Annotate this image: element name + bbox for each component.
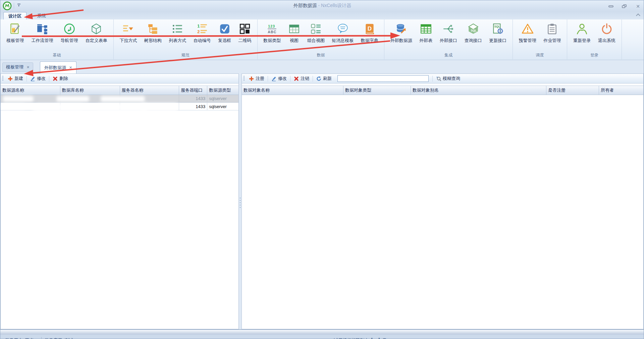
- close-button[interactable]: ✕: [635, 4, 641, 8]
- ribbon-group-label: 调度: [513, 52, 567, 58]
- ribbon-button-auto-number[interactable]: 1 2 自动编号: [192, 22, 212, 44]
- edit-object-button[interactable]: 修改: [269, 75, 289, 83]
- ribbon-button-sms-template[interactable]: 短消息模板: [330, 22, 355, 44]
- refresh-button[interactable]: 刷新: [314, 75, 334, 83]
- svg-text:1: 1: [197, 24, 200, 29]
- svg-text:SQL: SQL: [471, 29, 476, 32]
- fuzzy-query-button[interactable]: 模糊查询: [434, 75, 463, 83]
- x-delete-icon: [294, 76, 299, 81]
- ribbon-collapse-icon[interactable]: [635, 13, 641, 17]
- dataobject-toolbar: 注册 修改 注销: [242, 74, 643, 84]
- redaction-blur: [36, 104, 83, 109]
- ribbon-button-dropdown-style[interactable]: 下拉方式: [118, 22, 138, 44]
- tab-close-icon[interactable]: ✕: [26, 65, 30, 69]
- datasource-toolbar: 新建 修改 删除: [1, 74, 238, 84]
- title-bar: ▾ 外部数据源 - NxCells设计器 ✕: [0, 0, 644, 11]
- ribbon-button-external-datasource[interactable]: 外部数据源: [389, 22, 414, 44]
- ribbon-button-custom-form[interactable]: 自定义表单: [84, 22, 109, 44]
- redaction-blur: [56, 96, 89, 102]
- ribbon-button-qrcode[interactable]: 二维码: [237, 22, 253, 44]
- col-header-datasource-type[interactable]: 数据源类型: [207, 86, 238, 95]
- list-icon: [171, 23, 183, 35]
- x-delete-icon: [53, 76, 58, 81]
- checkbox-icon: [219, 23, 231, 35]
- ribbon-group-integration: 外部数据源 外部表: [384, 19, 513, 59]
- delete-datasource-button[interactable]: 删除: [50, 75, 70, 83]
- ribbon-tab-system[interactable]: 系统: [33, 12, 51, 19]
- ribbon-button-combo-view[interactable]: 组合视图: [306, 22, 326, 44]
- ribbon-button-data-dictionary[interactable]: D 数据字典: [360, 22, 380, 44]
- ribbon-group-data: 123 ABC 数据类型 视图: [258, 19, 384, 59]
- status-login-user: 登录用户: 王庄: [5, 337, 34, 339]
- svg-text:ABC: ABC: [268, 30, 277, 34]
- fuzzy-search-input[interactable]: [337, 75, 429, 82]
- ribbon-button-external-table[interactable]: 外部表: [418, 22, 434, 44]
- toolbar-grip[interactable]: [2, 76, 3, 81]
- col-header-object-name[interactable]: 数据对象名称: [242, 86, 343, 95]
- col-header-object-type[interactable]: 数据对象类型: [343, 86, 411, 95]
- new-datasource-button[interactable]: 新建: [5, 75, 25, 83]
- dropdown-list-icon: [122, 23, 134, 35]
- plus-icon: [8, 76, 13, 81]
- external-table-icon: [420, 23, 432, 35]
- col-header-registered[interactable]: 是否注册: [546, 86, 599, 95]
- toolbar-grip[interactable]: [244, 76, 245, 81]
- dataobject-table-body-empty[interactable]: [242, 95, 643, 329]
- redaction-blur: [3, 96, 34, 102]
- col-header-server-name[interactable]: 服务器名称: [120, 86, 179, 95]
- ribbon-button-alert-mgmt[interactable]: 预警管理: [518, 22, 538, 44]
- col-header-datasource-name[interactable]: 数据源名称: [1, 86, 60, 95]
- ribbon-button-template-mgmt[interactable]: 模板管理: [5, 22, 25, 44]
- ribbon-button-workflow-mgmt[interactable]: 工作流管理: [30, 22, 54, 44]
- redaction-blur: [1, 104, 25, 109]
- register-button[interactable]: 注册: [247, 75, 267, 83]
- unregister-button[interactable]: 注销: [291, 75, 312, 83]
- query-sql-icon: SQL: [467, 23, 479, 35]
- ribbon-button-data-type[interactable]: 123 ABC 数据类型: [262, 22, 282, 44]
- svg-text:2: 2: [197, 30, 200, 34]
- ribbon-button-exit-system[interactable]: 退出系统: [597, 22, 617, 44]
- workflow-icon: [36, 23, 48, 35]
- dataobject-panel: 注册 修改 注销: [241, 74, 644, 329]
- minimize-button[interactable]: [608, 4, 614, 8]
- ribbon-button-list-style[interactable]: 列表方式: [167, 22, 187, 44]
- ribbon-group-label: 登录: [567, 52, 622, 58]
- template-doc-icon: [9, 23, 21, 35]
- tab-close-icon[interactable]: ✕: [69, 65, 72, 70]
- edit-datasource-button[interactable]: 修改: [28, 75, 48, 83]
- cell-port: 1433: [179, 95, 207, 102]
- ribbon-button-job-mgmt[interactable]: 作业管理: [542, 22, 562, 44]
- ribbon-button-update-interface[interactable]: SQL 更新接口: [488, 22, 508, 44]
- ribbon-button-query-interface[interactable]: SQL 查询接口: [463, 22, 483, 44]
- restore-button[interactable]: [622, 4, 628, 8]
- doc-tab-template-mgmt[interactable]: 模板管理 ✕: [2, 62, 33, 72]
- ribbon-group-label: 规范: [114, 52, 257, 58]
- ribbon-button-view[interactable]: 视图: [287, 22, 302, 44]
- ribbon-button-tree-structure[interactable]: 树形结构: [143, 22, 163, 44]
- ribbon-button-external-interface[interactable]: 外部接口: [438, 22, 459, 44]
- ribbon-button-checkbox[interactable]: 复选框: [217, 22, 232, 44]
- doc-tab-external-datasource[interactable]: 外部数据源 ✕: [40, 61, 76, 74]
- plus-icon: [249, 76, 254, 81]
- main-area: 新建 修改 删除: [0, 74, 644, 329]
- col-header-server-port[interactable]: 服务器端口: [179, 86, 207, 95]
- person-icon: [576, 23, 588, 35]
- ribbon-group-login: 重新登录 退出系统 登录: [567, 19, 622, 59]
- col-header-database-name[interactable]: 数据库名称: [60, 86, 120, 95]
- ribbon-button-nav-mgmt[interactable]: 导航管理: [59, 22, 79, 44]
- status-bar-band: [0, 330, 644, 335]
- col-header-object-alias[interactable]: 数据对象别名: [411, 86, 546, 95]
- compass-icon: [63, 23, 75, 35]
- ribbon-tab-design[interactable]: 设计区: [3, 12, 26, 20]
- ribbon-group-spec: 下拉方式 树形结构 列表方式: [114, 19, 258, 59]
- update-sql-gear-icon: SQL: [492, 23, 504, 35]
- combo-view-icon: [310, 23, 322, 35]
- ribbon: 模板管理 工作流管理: [0, 19, 644, 60]
- ribbon-group-basic: 模板管理 工作流管理: [0, 19, 114, 59]
- ribbon-button-relogin[interactable]: 重新登录: [572, 22, 592, 44]
- cell-type: sqlserver: [207, 95, 238, 102]
- col-header-owner[interactable]: 所有者: [599, 86, 643, 95]
- cell-port: 1433: [179, 103, 207, 110]
- panel-splitter[interactable]: [239, 74, 241, 329]
- dataobject-table-header: 数据对象名称 数据对象类型 数据对象别名 是否注册 所有者: [242, 86, 643, 95]
